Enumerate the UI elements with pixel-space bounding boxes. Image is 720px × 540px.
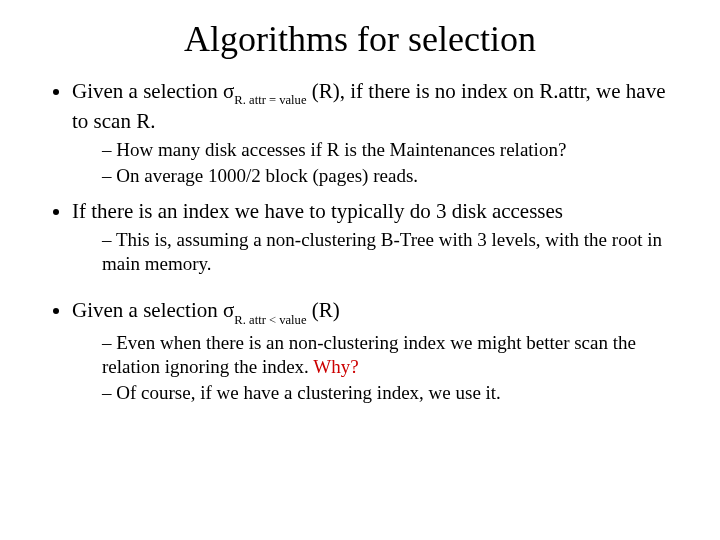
b3-subscript: R. attr < value bbox=[234, 313, 306, 327]
sigma-icon: σ bbox=[223, 298, 234, 322]
b3s1a: Even when there is an non-clustering ind… bbox=[102, 332, 636, 377]
bullet-3: Given a selection σR. attr < value (R) E… bbox=[72, 297, 680, 404]
b2-sub1: This is, assuming a non-clustering B-Tre… bbox=[102, 228, 680, 276]
bullet-1-sub: How many disk accesses if R is the Maint… bbox=[72, 138, 680, 188]
bullet-1: Given a selection σR. attr = value (R), … bbox=[72, 78, 680, 188]
bullet-2: If there is an index we have to typicall… bbox=[72, 198, 680, 276]
b3-sub1: Even when there is an non-clustering ind… bbox=[102, 331, 680, 379]
bullet-list: Given a selection σR. attr = value (R), … bbox=[40, 78, 680, 405]
page-title: Algorithms for selection bbox=[40, 18, 680, 60]
b3-pre: Given a selection bbox=[72, 298, 223, 322]
b1-subscript: R. attr = value bbox=[234, 93, 306, 107]
b3s1b-why: Why? bbox=[313, 356, 358, 377]
bullet-2-sub: This is, assuming a non-clustering B-Tre… bbox=[72, 228, 680, 276]
b3-sub2: Of course, if we have a clustering index… bbox=[102, 381, 680, 405]
bullet-3-sub: Even when there is an non-clustering ind… bbox=[72, 331, 680, 404]
b1-sub2: On average 1000/2 block (pages) reads. bbox=[102, 164, 680, 188]
b1-pre: Given a selection bbox=[72, 79, 223, 103]
b1-sub1: How many disk accesses if R is the Maint… bbox=[102, 138, 680, 162]
slide: Algorithms for selection Given a selecti… bbox=[0, 0, 720, 435]
b2-text: If there is an index we have to typicall… bbox=[72, 199, 563, 223]
b3-post: (R) bbox=[307, 298, 340, 322]
spacer bbox=[72, 285, 680, 297]
sigma-icon: σ bbox=[223, 79, 234, 103]
